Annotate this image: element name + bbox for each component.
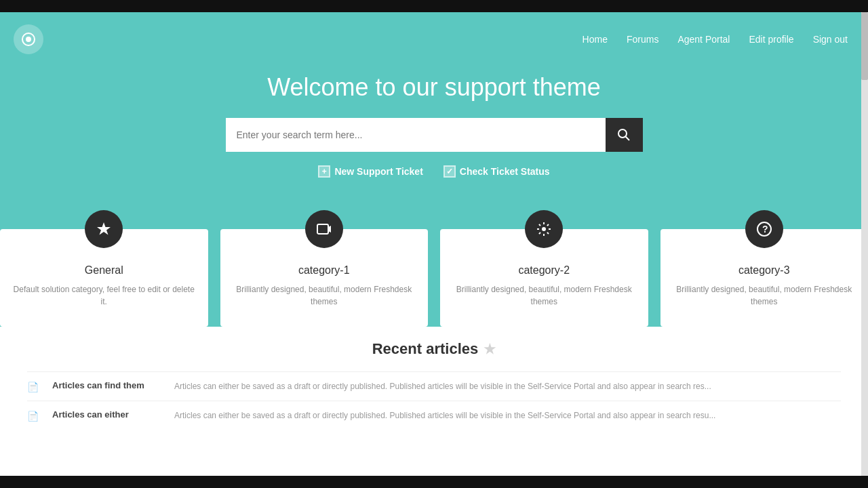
category-icon-wrap-2 <box>525 210 563 248</box>
categories-section: General Default solution category, feel … <box>0 229 868 327</box>
ticket-links: + New Support Ticket ✓ Check Ticket Stat… <box>14 165 854 178</box>
category-icon-wrap-1 <box>305 210 343 248</box>
article-excerpt-0: Articles can either be saved as a draft … <box>174 380 711 392</box>
category-icon-2 <box>525 210 563 248</box>
category-card-2[interactable]: category-2 Brilliantly designed, beautif… <box>440 229 648 327</box>
category-name-1: category-1 <box>231 264 418 277</box>
category-name-3: category-3 <box>671 264 858 277</box>
new-ticket-link[interactable]: + New Support Ticket <box>318 165 422 178</box>
svg-rect-4 <box>317 224 328 234</box>
category-icon-wrap-3: ? <box>745 210 783 248</box>
logo <box>14 24 43 54</box>
svg-point-1 <box>26 37 31 42</box>
article-icon-0: 📄 <box>27 382 39 392</box>
category-icon-1 <box>305 210 343 248</box>
category-desc-1: Brilliantly designed, beautiful, modern … <box>231 283 418 308</box>
article-excerpt-1: Articles can either be saved as a draft … <box>174 409 715 422</box>
search-button[interactable] <box>606 118 643 152</box>
hero-title: Welcome to our support theme <box>14 73 854 102</box>
nav-forums[interactable]: Forums <box>627 34 658 45</box>
category-desc-3: Brilliantly designed, beautiful, modern … <box>671 283 858 308</box>
category-icon-wrap-0 <box>85 210 123 248</box>
search-input[interactable] <box>226 118 606 152</box>
search-row <box>14 118 854 152</box>
article-row-1: 📄 Articles can either Articles can eithe… <box>27 401 841 430</box>
article-title-1[interactable]: Articles can either <box>52 409 161 420</box>
categories-grid: General Default solution category, feel … <box>0 229 868 327</box>
category-name-0: General <box>11 264 197 277</box>
check-ticket-link[interactable]: ✓ Check Ticket Status <box>443 165 550 178</box>
nav-home[interactable]: Home <box>583 34 608 45</box>
white-section: Recent articles ★ 📄 Articles can find th… <box>0 327 868 430</box>
new-ticket-icon: + <box>318 165 330 178</box>
svg-text:?: ? <box>762 224 768 235</box>
recent-articles-title: Recent articles ★ <box>27 340 841 358</box>
category-card-3[interactable]: ? category-3 Brilliantly designed, beaut… <box>660 229 869 327</box>
svg-point-2 <box>618 129 627 138</box>
scrollbar-thumb[interactable] <box>861 12 868 80</box>
category-icon-general <box>85 210 123 248</box>
nav-edit-profile[interactable]: Edit profile <box>749 34 793 45</box>
hero-section: Welcome to our support theme + New Suppo… <box>0 66 868 205</box>
article-row-0: 📄 Articles can find them Articles can ei… <box>27 371 841 401</box>
svg-point-6 <box>542 227 546 231</box>
svg-line-3 <box>626 137 630 141</box>
star-icon: ★ <box>484 341 496 357</box>
category-icon-3: ? <box>745 210 783 248</box>
nav-agent-portal[interactable]: Agent Portal <box>677 34 730 45</box>
category-name-2: category-2 <box>451 264 637 277</box>
category-desc-0: Default solution category, feel free to … <box>11 283 197 308</box>
nav-links: Home Forums Agent Portal Edit profile Si… <box>583 33 848 45</box>
category-card-1[interactable]: category-1 Brilliantly designed, beautif… <box>220 229 429 327</box>
check-ticket-icon: ✓ <box>443 165 456 178</box>
scrollbar-track <box>861 12 868 476</box>
category-card-0[interactable]: General Default solution category, feel … <box>0 229 208 327</box>
navbar: Home Forums Agent Portal Edit profile Si… <box>0 12 868 66</box>
article-icon-1: 📄 <box>27 411 39 422</box>
nav-sign-out[interactable]: Sign out <box>813 34 848 45</box>
article-title-0[interactable]: Articles can find them <box>52 380 161 390</box>
category-desc-2: Brilliantly designed, beautiful, modern … <box>451 283 637 308</box>
